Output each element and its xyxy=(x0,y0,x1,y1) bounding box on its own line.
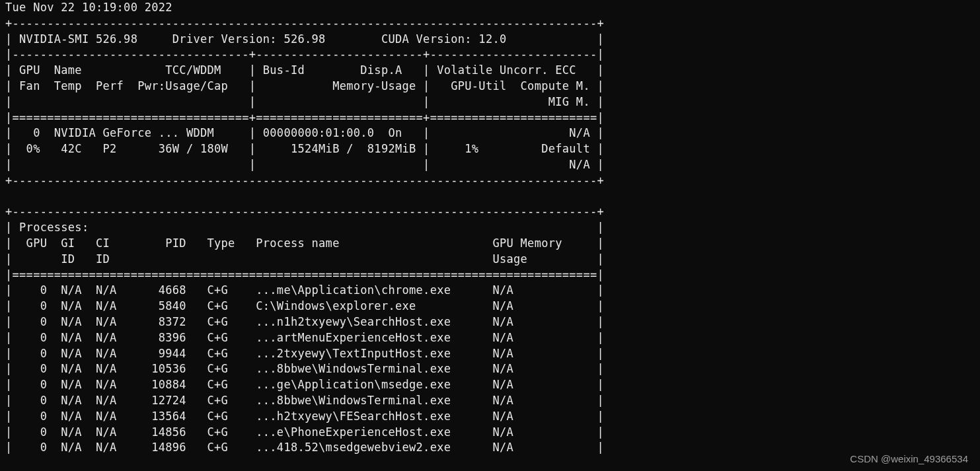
terminal-output: Tue Nov 22 10:19:00 2022 +--------------… xyxy=(0,0,980,456)
